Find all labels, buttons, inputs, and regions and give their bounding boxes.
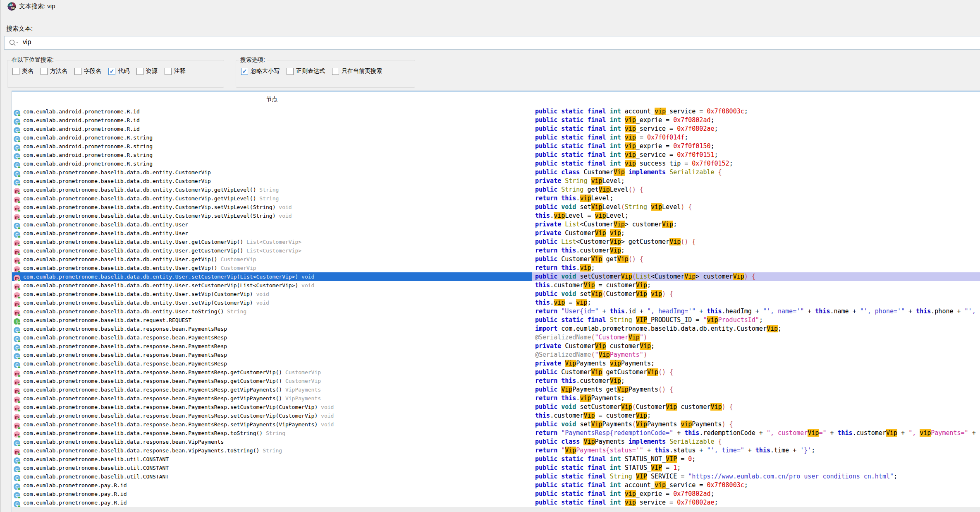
node-cell[interactable]: Ccom.eumlab.prometronome.baselib.data.re…	[12, 342, 532, 351]
node-cell[interactable]: mcom.eumlab.prometronome.baselib.data.re…	[12, 394, 532, 403]
node-column-header[interactable]: 节点	[12, 91, 532, 107]
checkbox-method-name[interactable]: ✓方法名	[41, 67, 67, 75]
code-cell[interactable]: public void setVip(CustomerVip vip) {	[532, 290, 980, 298]
table-row[interactable]: Ccom.eumlab.prometronome.pay.R.idpublic …	[12, 498, 980, 507]
code-cell[interactable]: private VipPayments vipPayments;	[532, 359, 980, 368]
table-row[interactable]: Ccom.eumlab.prometronome.pay.R.idpublic …	[12, 490, 980, 498]
checkbox-field-name[interactable]: ✓字段名	[74, 67, 101, 75]
table-row[interactable]: mcom.eumlab.prometronome.baselib.data.re…	[12, 429, 980, 437]
code-cell[interactable]: public class CustomerVip implements Seri…	[532, 168, 980, 177]
node-cell[interactable]: Ccom.eumlab.android.prometronome.R.strin…	[12, 142, 532, 151]
node-cell[interactable]: mcom.eumlab.prometronome.baselib.data.db…	[12, 290, 532, 298]
unchecked-checkbox-icon[interactable]: ✓	[41, 68, 48, 75]
code-cell[interactable]: public static final int vip_exprie = 0x7…	[532, 116, 980, 125]
table-row[interactable]: Ccom.eumlab.prometronome.baselib.data.re…	[12, 342, 980, 351]
code-cell[interactable]: public VipPayments getVipPayments() {	[532, 385, 980, 394]
table-row[interactable]: mcom.eumlab.prometronome.baselib.data.db…	[12, 264, 980, 272]
node-cell[interactable]: Icom.eumlab.prometronome.baselib.data.re…	[12, 316, 532, 325]
node-cell[interactable]: Ccom.eumlab.prometronome.pay.R.id	[12, 498, 532, 507]
table-row[interactable]: mcom.eumlab.prometronome.baselib.data.db…	[12, 212, 980, 220]
table-row[interactable]: mcom.eumlab.prometronome.baselib.data.db…	[12, 194, 980, 203]
code-cell[interactable]: public void setVipPayments(VipPayments v…	[532, 420, 980, 429]
table-row[interactable]: mcom.eumlab.prometronome.baselib.data.db…	[12, 185, 980, 194]
checkbox-current-page-only[interactable]: ✓只在当前页搜索	[332, 67, 382, 75]
node-cell[interactable]: Ccom.eumlab.android.prometronome.R.strin…	[12, 151, 532, 159]
code-cell[interactable]: private List<CustomerVip> customerVip;	[532, 220, 980, 229]
code-cell[interactable]: public CustomerVip getCustomerVip() {	[532, 368, 980, 377]
code-cell[interactable]: public static final int account_vip_serv…	[532, 107, 980, 116]
code-cell[interactable]: public void setVipLevel(String vipLevel)…	[532, 203, 980, 212]
table-row[interactable]: Ccom.eumlab.prometronome.baselib.data.db…	[12, 177, 980, 185]
checkbox-resource[interactable]: ✓资源	[136, 67, 158, 75]
node-cell[interactable]: mcom.eumlab.prometronome.baselib.data.re…	[12, 368, 532, 377]
code-cell[interactable]: private String vipLevel;	[532, 177, 980, 185]
table-row[interactable]: Ccom.eumlab.prometronome.baselib.util.CO…	[12, 455, 980, 464]
table-row[interactable]: mcom.eumlab.prometronome.baselib.data.re…	[12, 394, 980, 403]
code-cell[interactable]: public static final int vip_exprie = 0x7…	[532, 490, 980, 498]
node-cell[interactable]: mcom.eumlab.prometronome.baselib.data.re…	[12, 403, 532, 411]
code-cell[interactable]: this.customerVip = customerVip;	[532, 281, 980, 290]
unchecked-checkbox-icon[interactable]: ✓	[136, 68, 143, 75]
node-cell[interactable]: mcom.eumlab.prometronome.baselib.data.db…	[12, 246, 532, 255]
code-cell[interactable]: public static final int vip_service = 0x…	[532, 125, 980, 133]
table-row[interactable]: Ccom.eumlab.android.prometronome.R.idpub…	[12, 116, 980, 125]
table-row[interactable]: mcom.eumlab.prometronome.baselib.data.db…	[12, 203, 980, 212]
code-cell[interactable]: public static final int vip_service = 0x…	[532, 498, 980, 507]
node-cell[interactable]: mcom.eumlab.prometronome.baselib.data.db…	[12, 194, 532, 203]
unchecked-checkbox-icon[interactable]: ✓	[287, 68, 294, 75]
code-cell[interactable]: this.customerVip = customerVip;	[532, 411, 980, 420]
table-row[interactable]: Ccom.eumlab.android.prometronome.R.strin…	[12, 159, 980, 168]
table-row[interactable]: Ccom.eumlab.prometronome.baselib.data.re…	[12, 333, 980, 342]
table-row[interactable]: Ccom.eumlab.prometronome.baselib.data.db…	[12, 229, 980, 238]
table-row[interactable]: Ccom.eumlab.prometronome.baselib.data.re…	[12, 437, 980, 446]
node-cell[interactable]: Ccom.eumlab.android.prometronome.R.id	[12, 107, 532, 116]
code-cell[interactable]: public static final String VIP_SERVICE =…	[532, 472, 980, 481]
code-cell[interactable]: public static final String VIP_PRODUCTS_…	[532, 316, 980, 325]
checkbox-regex[interactable]: ✓正则表达式	[287, 67, 325, 75]
table-row[interactable]: Ccom.eumlab.prometronome.baselib.util.CO…	[12, 472, 980, 481]
node-cell[interactable]: mcom.eumlab.prometronome.baselib.data.db…	[12, 203, 532, 212]
unchecked-checkbox-icon[interactable]: ✓	[12, 68, 19, 75]
node-cell[interactable]: Ccom.eumlab.prometronome.baselib.data.db…	[12, 168, 532, 177]
code-cell[interactable]: @SerializedName("CustomerVip")	[532, 333, 980, 342]
code-cell[interactable]: import com.eumlab.prometronome.baselib.d…	[532, 325, 980, 333]
table-row[interactable]: mcom.eumlab.prometronome.baselib.data.db…	[12, 298, 980, 307]
node-cell[interactable]: Ccom.eumlab.prometronome.baselib.util.CO…	[12, 464, 532, 472]
table-row[interactable]: Ccom.eumlab.prometronome.baselib.data.re…	[12, 325, 980, 333]
code-cell[interactable]: public static final int vip = 0x7f0f014f…	[532, 133, 980, 142]
table-row[interactable]: mcom.eumlab.prometronome.baselib.data.re…	[12, 368, 980, 377]
node-cell[interactable]: Ccom.eumlab.prometronome.baselib.data.db…	[12, 220, 532, 229]
node-cell[interactable]: Ccom.eumlab.android.prometronome.R.strin…	[12, 133, 532, 142]
code-cell[interactable]: return this.vipLevel;	[532, 194, 980, 203]
code-cell[interactable]: public static final int account_vip_serv…	[532, 481, 980, 490]
code-cell[interactable]: return this.customerVip;	[532, 246, 980, 255]
code-cell[interactable]: public static final int STATUS_VIP = 1;	[532, 464, 980, 472]
node-cell[interactable]: mcom.eumlab.prometronome.baselib.data.db…	[12, 255, 532, 264]
code-cell[interactable]: @SerializedName("VipPayments")	[532, 351, 980, 359]
table-row[interactable]: Ccom.eumlab.prometronome.pay.R.idpublic …	[12, 481, 980, 490]
table-row[interactable]: mcom.eumlab.prometronome.baselib.data.db…	[12, 255, 980, 264]
table-row[interactable]: mcom.eumlab.prometronome.baselib.data.re…	[12, 420, 980, 429]
search-input[interactable]: vip	[4, 36, 980, 50]
node-cell[interactable]: Ccom.eumlab.prometronome.baselib.data.re…	[12, 437, 532, 446]
table-row[interactable]: Icom.eumlab.prometronome.baselib.data.re…	[12, 316, 980, 325]
node-cell[interactable]: Ccom.eumlab.android.prometronome.R.id	[12, 125, 532, 133]
table-row[interactable]: mcom.eumlab.prometronome.baselib.data.re…	[12, 385, 980, 394]
table-row[interactable]: Ccom.eumlab.android.prometronome.R.strin…	[12, 133, 980, 142]
node-cell[interactable]: mcom.eumlab.prometronome.baselib.data.re…	[12, 411, 532, 420]
checked-checkbox-icon[interactable]: ✓	[241, 68, 248, 75]
code-cell[interactable]: return this.customerVip;	[532, 377, 980, 385]
table-row[interactable]: mcom.eumlab.prometronome.baselib.data.db…	[12, 246, 980, 255]
table-row[interactable]: mcom.eumlab.prometronome.baselib.data.re…	[12, 377, 980, 385]
table-row[interactable]: mcom.eumlab.prometronome.baselib.data.db…	[12, 272, 980, 281]
node-cell[interactable]: Ccom.eumlab.prometronome.baselib.util.CO…	[12, 455, 532, 464]
code-cell[interactable]: return "VipPayments{status='" + this.sta…	[532, 446, 980, 455]
table-row[interactable]: mcom.eumlab.prometronome.baselib.data.db…	[12, 238, 980, 246]
table-row[interactable]: mcom.eumlab.prometronome.baselib.data.db…	[12, 307, 980, 316]
node-cell[interactable]: mcom.eumlab.prometronome.baselib.data.db…	[12, 264, 532, 272]
table-row[interactable]: Ccom.eumlab.prometronome.baselib.data.re…	[12, 351, 980, 359]
node-cell[interactable]: mcom.eumlab.prometronome.baselib.data.db…	[12, 185, 532, 194]
code-cell[interactable]: private CustomerVip vip;	[532, 229, 980, 238]
code-cell[interactable]: return "User{id=" + this.id + ", headImg…	[532, 307, 980, 316]
table-row[interactable]: Ccom.eumlab.prometronome.baselib.util.CO…	[12, 464, 980, 472]
